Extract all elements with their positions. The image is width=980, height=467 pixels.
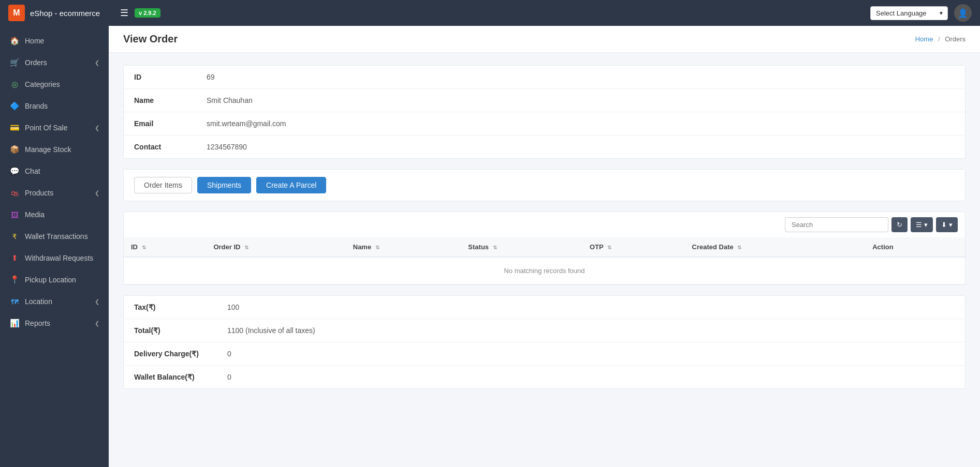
page-header: View Order Home / Orders — [109, 26, 980, 53]
language-selector-wrapper[interactable]: Select Language English Hindi Spanish ▼ — [870, 6, 948, 20]
info-row-contact: Contact 1234567890 — [124, 135, 965, 158]
name-label: Name — [134, 96, 207, 104]
col-id[interactable]: ID ⇅ — [124, 237, 206, 257]
col-action: Action — [865, 237, 965, 257]
shipments-button[interactable]: Shipments — [197, 177, 251, 193]
col-name[interactable]: Name ⇅ — [346, 237, 461, 257]
breadcrumb-home-link[interactable]: Home — [915, 35, 933, 43]
summary-row-wallet: Wallet Balance(₹) 0 — [124, 366, 965, 388]
orders-icon: 🛒 — [9, 57, 20, 68]
sidebar-item-withdrawal[interactable]: ⬆ Withdrawal Requests — [0, 247, 109, 269]
sidebar-item-pickup[interactable]: 📍 Pickup Location — [0, 269, 109, 291]
shipments-table: ID ⇅ Order ID ⇅ Name ⇅ — [124, 237, 965, 284]
sidebar-item-chat[interactable]: 💬 Chat — [0, 160, 109, 182]
wallet-label: Wallet Balance(₹) — [134, 373, 227, 381]
sidebar-label-stock: Manage Stock — [25, 145, 71, 154]
sidebar-item-left: 💬 Chat — [9, 166, 40, 176]
contact-value: 1234567890 — [207, 143, 247, 151]
sidebar-label-location: Location — [25, 297, 52, 306]
no-records-row: No matching records found — [124, 257, 965, 284]
name-value: Smit Chauhan — [207, 96, 253, 104]
no-records-cell: No matching records found — [124, 257, 965, 284]
info-row-email: Email smit.wrteam@gmail.com — [124, 112, 965, 135]
delivery-value: 0 — [227, 350, 231, 358]
sidebar-item-left: 💳 Point Of Sale — [9, 123, 68, 133]
user-icon: 👤 — [958, 8, 968, 18]
sidebar-item-media[interactable]: 🖼 Media — [0, 204, 109, 225]
sidebar-item-left: 🏠 Home — [9, 36, 44, 46]
summary-row-total: Total(₹) 1100 (Inclusive of all taxes) — [124, 319, 965, 342]
sidebar-label-pos: Point Of Sale — [25, 124, 68, 132]
sidebar-label-products: Products — [25, 189, 53, 197]
col-status[interactable]: Status ⇅ — [461, 237, 582, 257]
sidebar-item-brands[interactable]: 🔷 Brands — [0, 95, 109, 117]
summary-table: Tax(₹) 100 Total(₹) 1100 (Inclusive of a… — [123, 295, 966, 389]
sidebar: 🏠 Home 🛒 Orders ❮ ◎ Categories 🔷 Brands — [0, 26, 109, 467]
brands-icon: 🔷 — [9, 101, 20, 111]
chevron-down-icon-2: ▾ — [949, 221, 953, 229]
info-row-id: ID 69 — [124, 66, 965, 89]
col-otp[interactable]: OTP ⇅ — [582, 237, 684, 257]
chevron-right-icon: ❮ — [95, 190, 99, 197]
sidebar-item-left: 🗺 Location — [9, 296, 52, 307]
table-toolbar: ↻ ☰ ▾ ⬇ ▾ — [124, 212, 965, 237]
search-input[interactable] — [785, 217, 888, 232]
total-label: Total(₹) — [134, 326, 227, 335]
id-value: 69 — [207, 73, 215, 81]
order-items-button[interactable]: Order Items — [134, 177, 192, 193]
stock-icon: 📦 — [9, 144, 20, 155]
sidebar-item-left: 🛍 Products — [9, 188, 53, 198]
email-value: smit.wrteam@gmail.com — [207, 119, 286, 128]
topbar-middle: ☰ v 2.9.2 — [112, 7, 870, 19]
sidebar-label-categories: Categories — [25, 80, 60, 88]
logo-area: M eShop - ecommerce — [8, 5, 112, 21]
refresh-icon: ↻ — [897, 221, 902, 229]
refresh-button[interactable]: ↻ — [891, 217, 908, 232]
email-label: Email — [134, 119, 207, 128]
chevron-right-icon: ❮ — [95, 298, 99, 305]
sidebar-item-wallet[interactable]: ₹ Wallet Transactions — [0, 225, 109, 247]
create-parcel-button[interactable]: Create A Parcel — [256, 177, 326, 193]
sort-icon: ⇅ — [493, 245, 497, 250]
sidebar-item-reports[interactable]: 📊 Reports ❮ — [0, 312, 109, 334]
avatar[interactable]: 👤 — [954, 4, 972, 22]
language-select[interactable]: Select Language English Hindi Spanish — [870, 6, 948, 20]
sidebar-item-location[interactable]: 🗺 Location ❮ — [0, 291, 109, 312]
tax-value: 100 — [227, 303, 239, 311]
sidebar-label-wallet: Wallet Transactions — [25, 232, 88, 240]
export-button[interactable]: ⬇ ▾ — [936, 217, 958, 232]
categories-icon: ◎ — [9, 79, 20, 89]
sidebar-item-orders[interactable]: 🛒 Orders ❮ — [0, 52, 109, 73]
location-icon: 🗺 — [9, 296, 20, 307]
sidebar-item-categories[interactable]: ◎ Categories — [0, 73, 109, 95]
breadcrumb-separator: / — [938, 35, 940, 43]
download-icon: ⬇ — [941, 221, 947, 229]
topbar-right: Select Language English Hindi Spanish ▼ … — [870, 4, 972, 22]
col-order-id[interactable]: Order ID ⇅ — [206, 237, 345, 257]
sidebar-item-home[interactable]: 🏠 Home — [0, 30, 109, 52]
action-buttons-row: Order Items Shipments Create A Parcel — [123, 169, 966, 201]
chevron-right-icon: ❮ — [95, 59, 99, 66]
sort-icon: ⇅ — [142, 245, 146, 250]
col-created-date[interactable]: Created Date ⇅ — [685, 237, 866, 257]
sidebar-item-manage-stock[interactable]: 📦 Manage Stock — [0, 139, 109, 160]
hamburger-icon[interactable]: ☰ — [120, 7, 128, 19]
products-icon: 🛍 — [9, 188, 20, 198]
table-header: ID ⇅ Order ID ⇅ Name ⇅ — [124, 237, 965, 257]
sidebar-item-left: ⬆ Withdrawal Requests — [9, 253, 93, 263]
version-badge: v 2.9.2 — [135, 8, 160, 18]
col-id-label: ID — [131, 243, 138, 251]
tax-label: Tax(₹) — [134, 303, 227, 311]
sidebar-label-withdrawal: Withdrawal Requests — [25, 254, 93, 262]
pickup-icon: 📍 — [9, 275, 20, 285]
content-area: ID 69 Name Smit Chauhan Email smit.wrtea… — [109, 53, 980, 401]
total-value: 1100 (Inclusive of all taxes) — [227, 326, 315, 335]
columns-icon: ☰ — [916, 221, 922, 229]
sidebar-item-products[interactable]: 🛍 Products ❮ — [0, 182, 109, 204]
sort-icon: ⇅ — [737, 245, 741, 250]
col-status-label: Status — [468, 243, 489, 251]
page-title: View Order — [123, 33, 178, 45]
sidebar-item-point-of-sale[interactable]: 💳 Point Of Sale ❮ — [0, 117, 109, 139]
layout: 🏠 Home 🛒 Orders ❮ ◎ Categories 🔷 Brands — [0, 26, 980, 467]
columns-button[interactable]: ☰ ▾ — [911, 217, 933, 232]
